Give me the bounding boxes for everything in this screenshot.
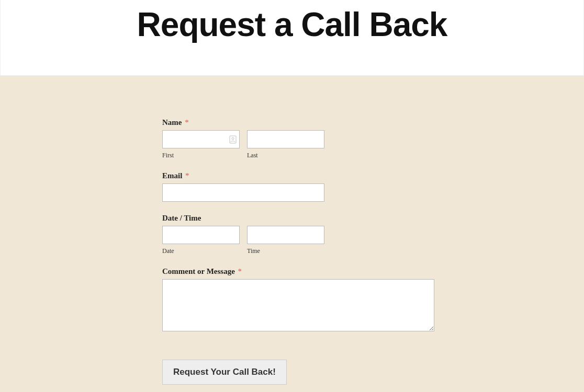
time-input[interactable]	[247, 226, 324, 244]
comment-label: Comment or Message *	[162, 267, 242, 276]
email-label-text: Email	[162, 171, 182, 180]
first-name-col: First	[162, 130, 240, 159]
first-name-input[interactable]	[162, 130, 240, 148]
first-name-wrapper	[162, 130, 240, 148]
name-input-row: First Last	[162, 130, 434, 159]
name-field-group: Name * First L	[162, 118, 434, 159]
name-required-indicator: *	[185, 118, 189, 126]
name-label: Name *	[162, 118, 189, 127]
comment-required-indicator: *	[238, 267, 242, 275]
svg-point-1	[232, 137, 234, 140]
email-input[interactable]	[162, 183, 324, 202]
email-input-row	[162, 183, 434, 202]
date-sublabel: Date	[162, 247, 240, 255]
comment-textarea[interactable]	[162, 279, 434, 331]
time-col: Time	[247, 226, 324, 255]
submit-button[interactable]: Request Your Call Back!	[162, 360, 287, 385]
email-field-group: Email *	[162, 171, 434, 202]
email-label: Email *	[162, 171, 189, 180]
email-required-indicator: *	[185, 171, 189, 180]
datetime-input-row: Date Time	[162, 226, 434, 255]
comment-input-row	[162, 279, 434, 333]
page-title: Request a Call Back	[1, 0, 583, 44]
last-name-input[interactable]	[247, 130, 324, 148]
last-name-sublabel: Last	[247, 152, 324, 159]
last-name-col: Last	[247, 130, 324, 159]
date-input[interactable]	[162, 226, 240, 244]
datetime-label: Date / Time	[162, 214, 201, 223]
comment-label-text: Comment or Message	[162, 267, 235, 275]
callback-form: Name * First L	[162, 118, 434, 385]
comment-field-group: Comment or Message *	[162, 267, 434, 333]
datetime-field-group: Date / Time Date Time	[162, 213, 434, 255]
time-sublabel: Time	[247, 247, 324, 255]
form-section: Name * First L	[0, 76, 584, 392]
contact-card-icon	[229, 135, 237, 144]
first-name-sublabel: First	[162, 152, 240, 159]
page-header: Request a Call Back	[0, 0, 584, 76]
name-label-text: Name	[162, 118, 182, 126]
date-col: Date	[162, 226, 240, 255]
